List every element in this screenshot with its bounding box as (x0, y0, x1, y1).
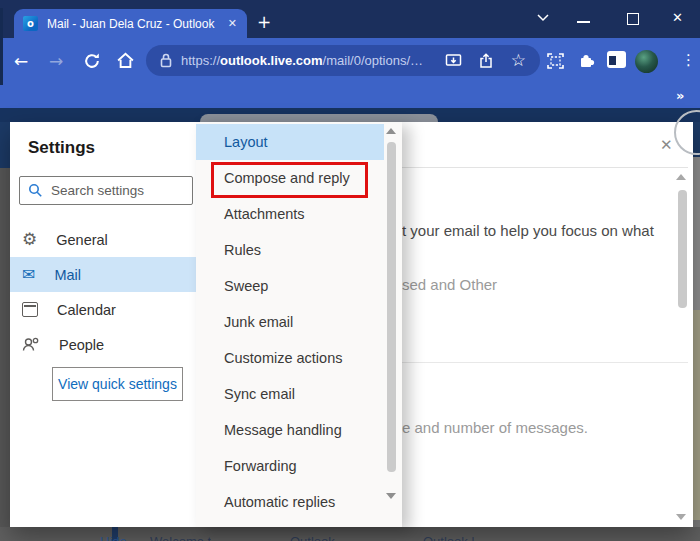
browser-profile-avatar[interactable] (635, 50, 658, 73)
url-text: https://outlook.live.com/mail/0/options/… (181, 53, 423, 68)
back-button[interactable]: ← (14, 51, 28, 71)
menu-item-attachments[interactable]: Attachments (196, 196, 384, 232)
sidebar-item-general[interactable]: ⚙ General (10, 222, 196, 257)
side-panel-icon[interactable] (607, 51, 626, 68)
window-minimize-button[interactable] (577, 21, 590, 23)
dimmed-page-right-strip (693, 310, 700, 520)
bookmark-star-icon[interactable]: ☆ (511, 52, 526, 69)
search-icon (28, 183, 43, 198)
settings-search-box[interactable] (19, 176, 193, 205)
content-text-fragment: t your email to help you focus on what (402, 222, 654, 239)
menu-item-automatic-replies[interactable]: Automatic replies (196, 484, 384, 520)
menu-item-message-handling[interactable]: Message handling (196, 412, 384, 448)
menu-item-layout[interactable]: Layout (196, 124, 384, 160)
header-divider (402, 167, 688, 168)
home-button[interactable] (116, 51, 135, 70)
mail-icon: ✉ (22, 267, 35, 283)
menu-item-sync-email[interactable]: Sync email (196, 376, 384, 412)
dimmed-text-fragment: Outlook (290, 534, 335, 541)
content-text-fragment: sed and Other (402, 276, 497, 293)
dimmed-page-right-strip (693, 157, 700, 310)
sidebar-item-people[interactable]: People (10, 327, 196, 362)
lock-icon[interactable] (160, 53, 172, 68)
menu-item-forwarding[interactable]: Forwarding (196, 448, 384, 484)
capture-icon[interactable] (546, 52, 565, 70)
browser-window: o Mail - Juan Dela Cruz - Outlook ✕ + ✕ … (0, 0, 700, 541)
menu-dots-icon[interactable]: ⋮ (681, 51, 696, 69)
calendar-icon (22, 302, 38, 317)
dimmed-page-right-strip (693, 520, 700, 527)
dimmed-text-fragment: Hide (100, 534, 127, 541)
dimmed-outlook-searchbox (200, 114, 438, 122)
sidebar-item-calendar[interactable]: Calendar (10, 292, 196, 327)
scrollbar-up-arrow[interactable] (386, 128, 396, 134)
scrollbar-up-arrow[interactable] (676, 174, 686, 180)
tab-strip: o Mail - Juan Dela Cruz - Outlook ✕ + ✕ (0, 0, 700, 38)
extensions-puzzle-icon[interactable] (578, 52, 596, 69)
view-quick-settings-button[interactable]: View quick settings (52, 367, 183, 401)
menu-item-rules[interactable]: Rules (196, 232, 384, 268)
address-bar[interactable]: https://outlook.live.com/mail/0/options/… (146, 45, 540, 76)
content-text-fragment: e and number of messages. (402, 419, 588, 436)
dimmed-page-left-strip (0, 122, 10, 168)
sidebar-item-mail[interactable]: ✉ Mail (10, 257, 196, 292)
sidebar-item-label: Mail (54, 267, 81, 283)
sidebar-item-label: General (56, 232, 108, 248)
dimmed-text-fragment: Outlook l (423, 534, 474, 541)
gear-icon: ⚙ (22, 231, 37, 248)
dimmed-text-fragment: Welcome t (150, 534, 211, 541)
search-input[interactable] (51, 183, 171, 198)
window-menu-chevron-icon[interactable] (536, 13, 550, 23)
scrollbar-down-arrow[interactable] (386, 493, 396, 499)
window-close-button[interactable]: ✕ (672, 10, 683, 25)
settings-title: Settings (28, 138, 95, 158)
bookmarks-bar (0, 85, 700, 108)
dimmed-page-left-strip (0, 168, 10, 527)
menu-item-junk-email[interactable]: Junk email (196, 304, 384, 340)
bookmarks-overflow-chevron-icon[interactable]: » (676, 88, 684, 103)
install-app-icon[interactable] (445, 53, 462, 69)
forward-button[interactable]: → (49, 51, 63, 71)
menu-item-customize-actions[interactable]: Customize actions (196, 340, 384, 376)
scrollbar-thumb[interactable] (678, 190, 687, 308)
people-icon (22, 337, 40, 352)
menu-item-sweep[interactable]: Sweep (196, 268, 384, 304)
reload-button[interactable] (83, 52, 101, 70)
outlook-favicon-icon: o (23, 16, 38, 31)
window-maximize-button[interactable] (627, 13, 639, 25)
share-icon[interactable] (478, 53, 495, 69)
sidebar-item-label: People (59, 337, 104, 353)
highlight-box-compose-and-reply (211, 162, 368, 198)
close-icon[interactable]: ✕ (660, 136, 673, 154)
new-tab-button[interactable]: + (257, 12, 271, 32)
scrollbar-thumb[interactable] (387, 142, 396, 472)
tab-title: Mail - Juan Dela Cruz - Outlook (47, 17, 222, 31)
tab-close-icon[interactable]: ✕ (228, 17, 237, 30)
content-divider (402, 362, 688, 363)
browser-tab[interactable]: o Mail - Juan Dela Cruz - Outlook ✕ (14, 9, 247, 38)
dimmed-page-bottom-strip: Hide Welcome t Outlook Outlook l (0, 527, 700, 541)
scrollbar-down-arrow[interactable] (676, 514, 686, 520)
sidebar-item-label: Calendar (57, 302, 116, 318)
